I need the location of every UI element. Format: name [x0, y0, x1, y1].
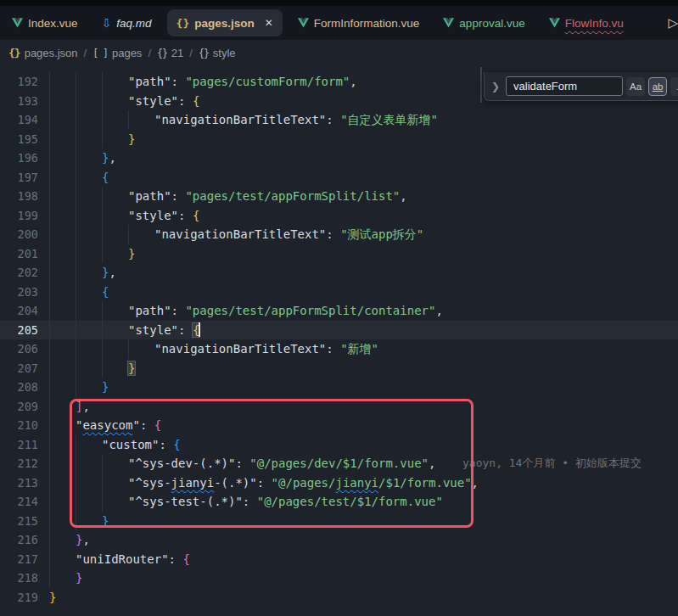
- code-text[interactable]: "navigationBarTitleText": "自定义表单新增": [49, 110, 438, 130]
- token: :: [235, 456, 249, 470]
- code-line-208: 208}: [0, 378, 678, 397]
- line-number: 201: [0, 244, 38, 264]
- code-text[interactable]: }: [49, 130, 135, 149]
- token: "新增": [340, 342, 378, 356]
- breadcrumb-item-21[interactable]: {}21: [157, 47, 183, 59]
- token: "@/pages/: [272, 476, 336, 490]
- code-text[interactable]: }: [49, 568, 82, 588]
- token: "^sys-: [128, 476, 171, 490]
- chevron-right-icon[interactable]: ❯: [485, 81, 506, 92]
- token: }: [102, 514, 109, 528]
- line-number: 197: [0, 168, 38, 188]
- code-text[interactable]: "style": {: [49, 92, 199, 111]
- code-text[interactable]: },: [49, 530, 90, 550]
- code-text[interactable]: "^sys-test-(.*)": "@/pages/test/$1/form.…: [49, 492, 443, 512]
- whole-word-button[interactable]: ab: [648, 77, 667, 96]
- code-text[interactable]: "custom": {: [49, 435, 181, 455]
- code-text[interactable]: }: [49, 359, 135, 378]
- code-line-206: 206"navigationBarTitleText": "新增": [0, 339, 678, 359]
- code-text[interactable]: },: [49, 148, 116, 168]
- code-text[interactable]: },: [49, 263, 116, 283]
- breadcrumb-label: 21: [171, 47, 183, 59]
- code-text[interactable]: "path": "pages/test/appFormSplit/list",: [49, 187, 407, 206]
- token: "测试app拆分": [340, 227, 423, 241]
- line-number: 206: [0, 339, 38, 359]
- token: :: [326, 342, 340, 356]
- line-number: 204: [0, 301, 38, 321]
- tab-FormInformation.vue[interactable]: FormInformation.vue: [286, 6, 432, 40]
- breadcrumb-item-style[interactable]: {}style: [199, 47, 236, 59]
- code-text[interactable]: "^sys-dev-(.*)": "@/pages/dev/$1/form.vu…: [49, 454, 435, 473]
- token: /$1/form.vue": [378, 476, 472, 490]
- vue-icon: [549, 18, 560, 28]
- code-line-219: 219}: [0, 588, 678, 608]
- code-line-197: 197{: [0, 168, 678, 188]
- token: }: [102, 380, 109, 394]
- tab-label: FlowInfo.vu: [565, 17, 624, 30]
- find-input[interactable]: [506, 76, 623, 96]
- code-line-201: 201}: [0, 244, 678, 264]
- code-text[interactable]: }: [49, 512, 109, 531]
- line-number: 202: [0, 263, 38, 283]
- code-text[interactable]: "path": "pages/test/appFormSplit/contain…: [49, 301, 443, 321]
- token: {: [182, 552, 189, 566]
- breadcrumb-separator: /: [189, 47, 193, 59]
- code-line-203: 203{: [0, 283, 678, 302]
- vue-icon: [12, 18, 23, 28]
- code-text[interactable]: {: [49, 283, 109, 302]
- line-number: 217: [0, 550, 38, 569]
- token: }: [128, 132, 135, 146]
- line-number: 193: [0, 92, 38, 111]
- line-number: 199: [0, 206, 38, 226]
- token: "@/pages/dev/$1/form.vue": [249, 456, 429, 470]
- code-line-204: 204"path": "pages/test/appFormSplit/cont…: [0, 301, 678, 321]
- code-line-216: 216},: [0, 530, 678, 550]
- code-line-202: 202},: [0, 263, 678, 283]
- token: ,: [400, 189, 406, 203]
- line-number: 194: [0, 110, 38, 130]
- code-text[interactable]: }: [49, 588, 56, 608]
- breadcrumb-item-pages.json[interactable]: {}pages.json: [8, 47, 78, 59]
- breadcrumb-item-pages[interactable]: [ ]pages: [92, 47, 142, 59]
- tab-faq.md[interactable]: ⇩faq.md: [90, 6, 164, 40]
- code-line-215: 215}: [0, 512, 678, 531]
- code-text[interactable]: "style": {: [49, 321, 200, 340]
- tab-Index.vue[interactable]: Index.vue: [0, 6, 90, 40]
- find-widget-sash[interactable]: [480, 67, 482, 103]
- code-line-205: 205"style": {: [0, 321, 678, 340]
- tab-pages.json[interactable]: {}pages.json✕: [167, 9, 283, 36]
- token: "style": [128, 209, 178, 222]
- code-text[interactable]: {: [49, 168, 109, 188]
- tab-overflow-icon[interactable]: ▷: [666, 15, 678, 31]
- code-editor[interactable]: 192"path": "pages/customForm/form",193"s…: [0, 66, 678, 616]
- code-line-200: 200"navigationBarTitleText": "测试app拆分": [0, 225, 678, 244]
- code-line-195: 195}: [0, 130, 678, 149]
- code-text[interactable]: "uniIdRouter": {: [49, 550, 190, 569]
- tab-FlowInfo.vu[interactable]: FlowInfo.vu: [537, 6, 636, 40]
- code-text[interactable]: "path": "pages/customForm/form",: [49, 72, 357, 92]
- tab-approval.vue[interactable]: approval.vue: [431, 6, 536, 40]
- code-text[interactable]: ],: [49, 397, 90, 417]
- code-text[interactable]: "^sys-jianyi-(.*)": "@/pages/jianyi/$1/f…: [49, 473, 479, 493]
- json-icon: {}: [177, 18, 190, 29]
- code-text[interactable]: "style": {: [49, 206, 199, 226]
- code-text[interactable]: }: [49, 378, 109, 397]
- code-text[interactable]: }: [49, 244, 135, 264]
- line-number: 211: [0, 435, 38, 455]
- code-text[interactable]: "easycom": {: [49, 416, 161, 435]
- match-case-button[interactable]: Aa: [626, 77, 645, 96]
- token: ,: [472, 476, 479, 490]
- whole-word-icon: ab: [653, 81, 664, 92]
- token: :: [178, 323, 193, 337]
- regex-button[interactable]: .*: [670, 77, 678, 96]
- code-text[interactable]: "navigationBarTitleText": "新增": [49, 339, 378, 359]
- code-line-213: 213"^sys-jianyi-(.*)": "@/pages/jianyi/$…: [0, 473, 678, 493]
- token: :: [140, 418, 154, 432]
- code-text[interactable]: "navigationBarTitleText": "测试app拆分": [49, 225, 423, 244]
- token: {: [193, 94, 199, 108]
- code-line-218: 218}: [0, 568, 678, 588]
- token: :: [326, 227, 340, 241]
- line-number: 212: [0, 454, 38, 473]
- close-icon[interactable]: ✕: [265, 17, 273, 29]
- line-number: 213: [0, 473, 38, 493]
